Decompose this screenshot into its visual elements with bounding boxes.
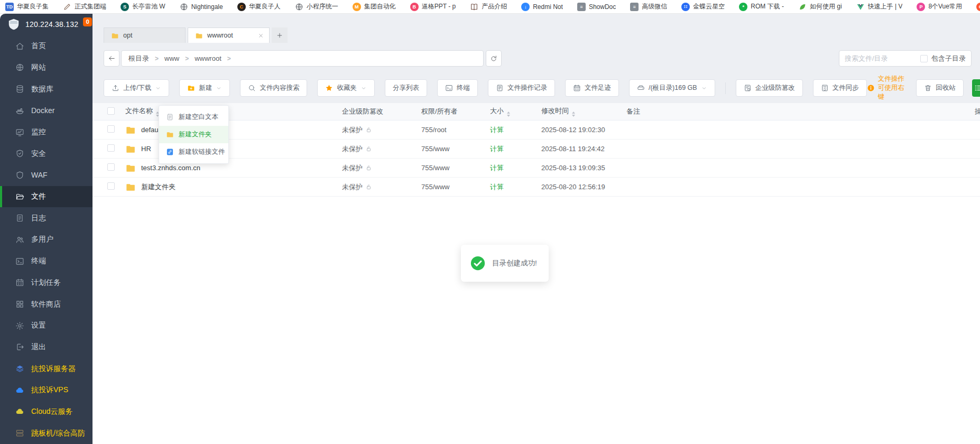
tamper-status: 未保护 bbox=[342, 125, 363, 135]
leaf-icon bbox=[798, 3, 807, 11]
sidebar-item-terminal[interactable]: 终端 bbox=[0, 251, 93, 272]
search-input[interactable] bbox=[845, 54, 917, 62]
row-checkbox[interactable] bbox=[107, 163, 115, 171]
size-calc-link[interactable]: 计算 bbox=[490, 145, 504, 153]
sidebar-item-label: 设置 bbox=[31, 321, 46, 330]
size-calc-link[interactable]: 计算 bbox=[490, 126, 504, 134]
gear-icon bbox=[15, 321, 24, 330]
toolbar-button-share-list[interactable]: 分享列表 bbox=[385, 79, 427, 97]
sidebar-item-anti-complaint-vps[interactable]: 抗投诉VPS bbox=[0, 380, 93, 401]
toolbar-button-content-search[interactable]: 文件内容搜索 bbox=[240, 79, 307, 97]
sidebar-item-anti-complaint-server[interactable]: 抗投诉服务器 bbox=[0, 358, 93, 380]
sidebar-item-logs[interactable]: 日志 bbox=[0, 207, 93, 229]
toolbar-button-file-ops-log[interactable]: 文件操作记录 bbox=[488, 79, 555, 97]
sidebar-item-home[interactable]: 首页 bbox=[0, 35, 93, 57]
bookmark-item[interactable]: B逼格PPT - p bbox=[410, 2, 456, 11]
sort-size-icon[interactable] bbox=[507, 112, 510, 117]
path-bar: 根目录>www>wwwroot> 包含子目录 bbox=[104, 50, 972, 67]
tab-label: wwwroot bbox=[207, 32, 233, 39]
file-name-cell[interactable]: HR bbox=[125, 144, 342, 154]
toolbar-button-label: 文件内容搜索 bbox=[260, 84, 299, 92]
sidebar-item-multiuser[interactable]: 多用户 bbox=[0, 229, 93, 251]
bookmark-item[interactable]: C2024-12月 bbox=[976, 2, 980, 11]
file-name: 新建文件夹 bbox=[141, 182, 175, 192]
toolbar-button-new[interactable]: 新建 bbox=[179, 79, 230, 97]
docker-icon bbox=[15, 106, 24, 115]
toolbar-button-label: 文件足迹 bbox=[585, 84, 611, 92]
sidebar-item-cron[interactable]: 计划任务 bbox=[0, 272, 93, 294]
bookmark-item[interactable]: C华夏良子人 bbox=[237, 2, 281, 11]
bookmark-item[interactable]: P8个Vue常用 bbox=[917, 2, 962, 11]
bookmark-item[interactable]: M集团自动化 bbox=[353, 2, 396, 11]
bookmark-item[interactable]: ↓Redmi Not bbox=[521, 3, 563, 11]
list-view-toggle[interactable] bbox=[972, 79, 980, 97]
sidebar-item-security[interactable]: 安全 bbox=[0, 143, 93, 164]
toolbar-button-file-sync[interactable]: 文件同步 bbox=[813, 79, 867, 97]
sidebar-item-files[interactable]: 文件 bbox=[0, 186, 93, 208]
bookmark-item[interactable]: ≡ShowDoc bbox=[577, 3, 616, 11]
add-tab-button[interactable] bbox=[272, 27, 288, 43]
toolbar-button-upload[interactable]: 上传/下载 bbox=[104, 79, 169, 97]
bookmark-item[interactable]: Nightingale bbox=[180, 3, 223, 11]
row-checkbox[interactable] bbox=[107, 144, 115, 152]
size-cell: 计算 bbox=[490, 182, 541, 192]
size-calc-link[interactable]: 计算 bbox=[490, 183, 504, 191]
sidebar-item-database[interactable]: 数据库 bbox=[0, 78, 93, 100]
file-name-cell[interactable]: 新建文件夹 bbox=[125, 182, 342, 192]
bookmark-favicon: ≡ bbox=[630, 3, 639, 11]
bookmark-item[interactable]: 快速上手 | V bbox=[856, 2, 903, 11]
breadcrumb-segment[interactable]: wwwroot bbox=[195, 54, 221, 62]
bookmark-item[interactable]: 如何使用 gi bbox=[798, 2, 842, 11]
breadcrumb-segment[interactable]: 根目录 bbox=[128, 54, 149, 63]
bookmark-item[interactable]: TD华夏良子集 bbox=[5, 2, 49, 11]
mtime-cell: 2025-08-20 12:56:19 bbox=[541, 183, 626, 191]
row-checkbox[interactable] bbox=[107, 182, 115, 190]
tab-wwwroot[interactable]: wwwroot bbox=[188, 27, 270, 43]
bookmark-item[interactable]: 产品介绍 bbox=[470, 2, 507, 11]
sidebar-item-site[interactable]: 网站 bbox=[0, 57, 93, 79]
file-name-cell[interactable]: test3.znhds.com.cn bbox=[125, 163, 342, 173]
sidebar-item-monitor[interactable]: 监控 bbox=[0, 122, 93, 143]
menu-item-new-symlink[interactable]: 新建软链接文件 bbox=[159, 143, 228, 161]
sidebar-item-cloud-service[interactable]: Cloud云服务 bbox=[0, 401, 93, 423]
refresh-button[interactable] bbox=[486, 50, 502, 67]
sidebar-item-jump-server[interactable]: 跳板机/综合高防 bbox=[0, 422, 93, 444]
sidebar-item-settings[interactable]: 设置 bbox=[0, 315, 93, 337]
close-icon[interactable] bbox=[258, 33, 264, 39]
chevron-down-icon bbox=[155, 85, 161, 91]
tab-opt[interactable]: opt bbox=[104, 27, 186, 43]
bookmark-item[interactable]: ∷金蝶云星空 bbox=[681, 2, 725, 11]
alert-count-badge[interactable]: 0 bbox=[83, 17, 92, 26]
row-checkbox[interactable] bbox=[107, 125, 115, 133]
toolbar-button-disk[interactable]: /(根目录)169 GB bbox=[629, 79, 715, 97]
tamper-cell: 未保护 bbox=[342, 182, 421, 192]
breadcrumb-segment[interactable]: www bbox=[164, 54, 179, 62]
chevron-down-icon bbox=[701, 85, 707, 91]
sidebar-item-docker[interactable]: Docker bbox=[0, 100, 93, 122]
toolbar-button-favorites[interactable]: 收藏夹 bbox=[317, 79, 375, 97]
bookmark-favicon: ≡ bbox=[577, 3, 586, 11]
sidebar-item-waf[interactable]: WAF bbox=[0, 164, 93, 186]
bookmark-item[interactable]: 正式集团端 bbox=[63, 2, 106, 11]
select-all-checkbox[interactable] bbox=[107, 107, 115, 115]
toolbar-button-label: 企业级防篡改 bbox=[755, 84, 795, 92]
menu-item-new-blank-text[interactable]: 新建空白文本 bbox=[159, 108, 228, 126]
size-calc-link[interactable]: 计算 bbox=[490, 164, 504, 172]
back-button[interactable] bbox=[104, 50, 119, 67]
sort-time-icon[interactable] bbox=[572, 112, 575, 117]
sidebar-item-logout[interactable]: 退出 bbox=[0, 337, 93, 358]
toolbar-button-terminal[interactable]: 终端 bbox=[437, 79, 478, 97]
bookmark-item[interactable]: *ROM 下载 - bbox=[739, 2, 784, 11]
bookmark-item[interactable]: 小程序统一 bbox=[295, 2, 338, 11]
toolbar-button-file-trace[interactable]: 文件足迹 bbox=[565, 79, 619, 97]
bookmark-item[interactable]: S长亭雷池 W bbox=[121, 2, 165, 11]
menu-item-new-folder[interactable]: 新建文件夹 bbox=[159, 126, 228, 143]
include-subdir-checkbox[interactable] bbox=[920, 55, 928, 62]
recycle-bin-button[interactable]: 回收站 bbox=[916, 79, 964, 97]
toolbar-button-tamper-proof[interactable]: 企业级防篡改 bbox=[736, 79, 803, 97]
bookmark-item[interactable]: ≡高级微信 bbox=[630, 2, 667, 11]
file-name-cell[interactable]: default bbox=[125, 125, 342, 135]
toolbar-button-label: 收藏夹 bbox=[337, 84, 357, 92]
sidebar-item-appstore[interactable]: 软件商店 bbox=[0, 293, 93, 315]
toolbar-button-label: 文件同步 bbox=[833, 84, 859, 92]
